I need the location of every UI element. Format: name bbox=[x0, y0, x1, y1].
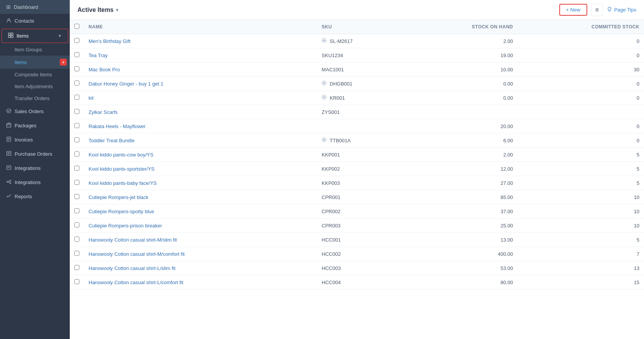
item-name-link[interactable]: Dabur Honey Ginger - buy 1 get 1 bbox=[89, 81, 163, 87]
select-all-checkbox[interactable] bbox=[74, 24, 79, 29]
item-name-link[interactable]: Cutiepie Rompers-prison breaker bbox=[89, 223, 162, 229]
row-item-name[interactable]: Cutiepie Rompers-jet black bbox=[84, 190, 317, 204]
sidebar-item-contacts[interactable]: Contacts bbox=[0, 14, 70, 28]
row-checkbox-cell[interactable] bbox=[70, 77, 84, 91]
row-checkbox[interactable] bbox=[74, 180, 79, 185]
sidebar-item-reports[interactable]: Reports bbox=[0, 189, 70, 204]
item-name-link[interactable]: Hanswooly Cotton casual shirt-M/slim fit bbox=[89, 237, 177, 243]
row-checkbox[interactable] bbox=[74, 66, 79, 71]
contacts-icon bbox=[6, 18, 12, 24]
item-name-link[interactable]: Hanswooly Cotton casual shirt-M/comfort … bbox=[89, 251, 185, 257]
row-item-name[interactable]: Toddler Treat Bundle bbox=[84, 133, 317, 148]
row-checkbox[interactable] bbox=[74, 109, 79, 114]
row-item-name[interactable]: Cutiepie Rompers-spotty blue bbox=[84, 204, 317, 219]
row-checkbox-cell[interactable] bbox=[70, 34, 84, 48]
page-tips-button[interactable]: Page Tips bbox=[607, 7, 636, 13]
row-checkbox-cell[interactable] bbox=[70, 162, 84, 176]
sidebar-item-purchase-orders[interactable]: Purchase Orders bbox=[0, 147, 70, 161]
row-checkbox[interactable] bbox=[74, 251, 79, 256]
item-name-link[interactable]: Toddler Treat Bundle bbox=[89, 138, 135, 143]
row-checkbox[interactable] bbox=[74, 279, 79, 284]
row-checkbox-cell[interactable] bbox=[70, 133, 84, 148]
sidebar-item-sales-orders[interactable]: Sales Orders bbox=[0, 104, 70, 118]
row-checkbox[interactable] bbox=[74, 137, 79, 142]
row-item-name[interactable]: Dabur Honey Ginger - buy 1 get 1 bbox=[84, 77, 317, 91]
sidebar-item-item-groups[interactable]: Item Groups bbox=[0, 44, 70, 56]
row-item-name[interactable]: Kool kiddo pants-cow boy/YS bbox=[84, 148, 317, 162]
row-item-name[interactable]: Kool kiddo pants-sportster/YS bbox=[84, 162, 317, 176]
row-item-name[interactable]: Hanswooly Cotton casual shirt-L/slim fit bbox=[84, 261, 317, 275]
row-checkbox[interactable] bbox=[74, 194, 79, 199]
header-checkbox-cell[interactable] bbox=[70, 20, 84, 34]
menu-button[interactable]: ≡ bbox=[591, 4, 603, 16]
row-checkbox[interactable] bbox=[74, 95, 79, 100]
row-item-name[interactable]: Hanswooly Cotton casual shirt-M/comfort … bbox=[84, 247, 317, 261]
sidebar-item-composite-items[interactable]: Composite Items bbox=[0, 69, 70, 81]
sidebar-item-bills[interactable]: Integrations bbox=[0, 161, 70, 175]
row-checkbox-cell[interactable] bbox=[70, 204, 84, 219]
row-item-name[interactable]: Hanswooly Cotton casual shirt-L/comfort … bbox=[84, 275, 317, 290]
row-checkbox-cell[interactable] bbox=[70, 63, 84, 77]
row-item-name[interactable]: kit bbox=[84, 91, 317, 105]
row-checkbox-cell[interactable] bbox=[70, 176, 84, 190]
row-item-name[interactable]: Kool kiddo pants-baby face/YS bbox=[84, 176, 317, 190]
row-checkbox[interactable] bbox=[74, 222, 79, 227]
sidebar-item-item-adjustments[interactable]: Item Adjustments bbox=[0, 81, 70, 92]
item-name-link[interactable]: Men's Birthday Gift bbox=[89, 38, 130, 44]
row-checkbox[interactable] bbox=[74, 237, 79, 242]
row-item-name[interactable]: Mac Book Pro bbox=[84, 63, 317, 77]
item-name-link[interactable]: Kool kiddo pants-sportster/YS bbox=[89, 166, 154, 172]
item-name-link[interactable]: Kool kiddo pants-cow boy/YS bbox=[89, 152, 153, 158]
row-checkbox-cell[interactable] bbox=[70, 261, 84, 275]
table-row: Hanswooly Cotton casual shirt-L/slim fit… bbox=[70, 261, 644, 275]
row-checkbox-cell[interactable] bbox=[70, 275, 84, 290]
row-checkbox-cell[interactable] bbox=[70, 148, 84, 162]
row-checkbox[interactable] bbox=[74, 151, 79, 156]
row-checkbox[interactable] bbox=[74, 123, 79, 128]
row-checkbox-cell[interactable] bbox=[70, 233, 84, 247]
item-name-link[interactable]: Rakata Heels - Mayflower bbox=[89, 123, 146, 129]
table-body: Men's Birthday GiftSL-M26172.000Tea Tray… bbox=[70, 34, 644, 290]
item-name-link[interactable]: Cutiepie Rompers-spotty blue bbox=[89, 209, 154, 214]
item-name-link[interactable]: Kool kiddo pants-baby face/YS bbox=[89, 180, 157, 186]
sidebar-item-items-active[interactable]: Items + bbox=[0, 56, 70, 69]
item-name-link[interactable]: Cutiepie Rompers-jet black bbox=[89, 194, 148, 200]
row-checkbox-cell[interactable] bbox=[70, 119, 84, 133]
item-name-link[interactable]: Zylkar Scarfs bbox=[89, 109, 118, 115]
sidebar-item-items-parent[interactable]: Items ▼ bbox=[2, 29, 68, 43]
item-name-link[interactable]: Hanswooly Cotton casual shirt-L/slim fit bbox=[89, 265, 176, 271]
row-checkbox[interactable] bbox=[74, 208, 79, 213]
sidebar-item-dashboard[interactable]: ⊞ Dashboard bbox=[0, 0, 70, 14]
sidebar-item-invoices[interactable]: Invoices bbox=[0, 133, 70, 147]
item-name-link[interactable]: Mac Book Pro bbox=[89, 67, 120, 72]
new-button[interactable]: + New bbox=[559, 4, 587, 16]
sidebar-item-transfer-orders[interactable]: Transfer Orders bbox=[0, 92, 70, 104]
row-item-name[interactable]: Cutiepie Rompers-prison breaker bbox=[84, 219, 317, 233]
row-item-name[interactable]: Hanswooly Cotton casual shirt-M/slim fit bbox=[84, 233, 317, 247]
title-dropdown-arrow[interactable]: ▼ bbox=[115, 8, 119, 12]
row-checkbox-cell[interactable] bbox=[70, 247, 84, 261]
row-item-name[interactable]: Men's Birthday Gift bbox=[84, 34, 317, 48]
row-checkbox[interactable] bbox=[74, 38, 79, 43]
items-table-container[interactable]: NAME SKU STOCK ON HAND COMMITTED STOCK M… bbox=[70, 20, 644, 339]
row-checkbox[interactable] bbox=[74, 166, 79, 171]
row-checkbox[interactable] bbox=[74, 52, 79, 57]
row-item-name[interactable]: Tea Tray bbox=[84, 48, 317, 63]
row-checkbox-cell[interactable] bbox=[70, 219, 84, 233]
sidebar-item-integrations[interactable]: Integrations bbox=[0, 175, 70, 189]
item-name-link[interactable]: kit bbox=[89, 95, 94, 101]
row-sku: KR001 bbox=[317, 91, 406, 105]
row-checkbox-cell[interactable] bbox=[70, 91, 84, 105]
row-item-name[interactable]: Rakata Heels - Mayflower bbox=[84, 119, 317, 133]
row-item-name[interactable]: Zylkar Scarfs bbox=[84, 105, 317, 119]
row-checkbox-cell[interactable] bbox=[70, 105, 84, 119]
row-checkbox-cell[interactable] bbox=[70, 190, 84, 204]
row-checkbox[interactable] bbox=[74, 81, 79, 86]
add-item-button[interactable]: + bbox=[60, 59, 67, 66]
sidebar-item-packages[interactable]: Packages bbox=[0, 118, 70, 133]
row-sku: HCC002 bbox=[317, 247, 406, 261]
row-checkbox[interactable] bbox=[74, 265, 79, 270]
item-name-link[interactable]: Hanswooly Cotton casual shirt-L/comfort … bbox=[89, 280, 183, 285]
item-name-link[interactable]: Tea Tray bbox=[89, 53, 108, 58]
row-checkbox-cell[interactable] bbox=[70, 48, 84, 63]
